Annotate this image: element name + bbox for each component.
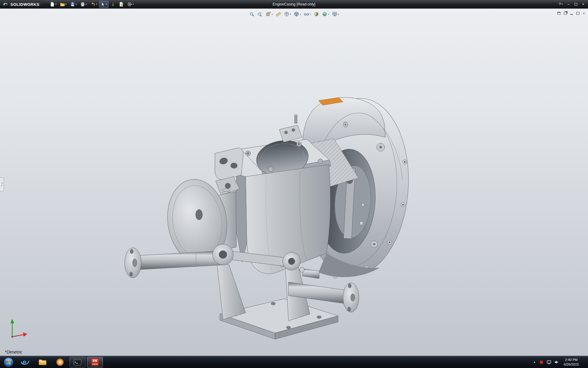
clock-date: 6/26/2015 [564,362,579,366]
collapse-panel-icon: ▸ [1,184,2,186]
show-hidden-icons-button[interactable]: ▲ [533,361,536,363]
view-settings-monitor-icon [332,11,337,17]
solidworks-window: SOLIDWORKS ▾ ▾ ▾ ▾ ▾ [0,0,588,368]
volume-icon[interactable] [554,360,559,364]
zoom-to-area-button[interactable] [257,11,263,17]
save-floppy-icon [70,2,75,7]
restore-button[interactable] [575,3,577,6]
titlebar: SOLIDWORKS ▾ ▾ ▾ ▾ ▾ [0,0,588,9]
dropdown-caret[interactable]: ▾ [96,3,97,6]
restore-document-button[interactable] [576,11,579,16]
tile-windows-button[interactable] [557,11,560,16]
cascade-windows-button[interactable] [564,11,567,16]
taskbar-windows-explorer[interactable] [35,357,51,367]
select-button[interactable]: ▾ [99,1,108,8]
display-style-button[interactable]: ▾ [293,11,301,17]
help-button[interactable]: ? ▾ [559,2,563,6]
tile-windows-icon [557,12,560,15]
dropdown-caret[interactable]: ▾ [66,3,67,6]
dropdown-caret[interactable]: ▾ [290,13,291,15]
taskbar-clock[interactable]: 2:40 PM 6/26/2015 [562,358,581,366]
svg-text:SW: SW [92,359,98,362]
open-button[interactable]: ▾ [59,1,68,8]
undo-icon [90,2,95,7]
taskbar-items: e [17,356,103,368]
start-button[interactable] [0,356,17,368]
svg-text:e: e [22,358,26,366]
minimize-document-icon [570,14,573,15]
measure-ruler-icon [275,11,281,17]
zoom-to-area-icon [257,11,263,17]
solidworks-2015-icon: SW 2015 [91,358,99,366]
undo-button[interactable]: ▾ [89,1,98,8]
view-orientation-label: *Dimetric [5,350,22,355]
apply-scene-button[interactable]: ▾ [322,11,330,17]
minimize-document-button[interactable] [570,11,573,16]
network-icon[interactable] [547,360,551,364]
rebuild-stoplight-icon [111,2,115,7]
save-button[interactable]: ▾ [69,1,78,8]
dropdown-caret[interactable]: ▾ [310,13,311,15]
dropdown-caret[interactable]: ▾ [106,3,107,6]
internet-explorer-icon: e [21,358,29,366]
dropdown-caret[interactable]: ▾ [328,13,329,15]
measure-button[interactable] [275,11,281,17]
window-controls: ? ▾ – × [559,2,588,6]
view-orientation-cube-icon [284,11,289,17]
dropdown-caret[interactable]: ▾ [133,3,134,6]
feature-manager-collapsed-tab[interactable]: ◂ ▸ [0,177,4,191]
engine-casing-model[interactable] [0,9,588,356]
document-window-controls: × [557,11,585,16]
close-button[interactable]: × [582,2,584,6]
new-document-button[interactable]: ▾ [49,1,58,8]
print-button[interactable]: ▾ [79,1,88,8]
dropdown-caret[interactable]: ▾ [272,13,273,15]
taskbar-command-prompt[interactable] [70,357,85,367]
clock-time: 2:40 PM [564,358,579,362]
print-icon [80,2,85,7]
hide-show-items-button[interactable]: ▾ [303,11,311,17]
file-properties-button[interactable] [118,1,125,8]
edit-appearance-sphere-icon [314,11,319,17]
dropdown-caret[interactable]: ▾ [55,3,57,6]
dropdown-caret[interactable]: ▾ [300,13,301,15]
view-orientation-button[interactable]: ▾ [283,11,291,17]
hide-show-glasses-icon [304,11,309,17]
options-button[interactable]: ▾ [126,1,135,8]
minimize-button[interactable]: – [567,2,570,6]
dropdown-caret[interactable]: ▾ [76,3,77,6]
file-properties-icon [119,2,124,7]
select-cursor-icon [100,2,105,7]
view-settings-button[interactable]: ▾ [332,11,340,17]
dropdown-caret[interactable]: ▾ [561,3,563,6]
zoom-to-fit-button[interactable] [249,11,255,17]
dassault-3ds-logo-icon [2,2,9,7]
open-folder-icon [60,2,65,7]
section-view-icon [266,11,271,17]
dropdown-caret[interactable]: ▾ [86,3,87,6]
folder-icon [38,358,47,366]
zoom-to-fit-icon [249,11,254,17]
command-prompt-icon [74,359,81,366]
taskbar-solidworks-2015[interactable]: SW 2015 [87,357,103,367]
windows-start-icon [3,357,14,367]
taskbar-internet-explorer[interactable]: e [17,357,33,367]
app-name: SOLIDWORKS [10,2,40,7]
rebuild-button[interactable] [109,1,117,8]
display-style-cube-icon [294,11,299,17]
model-left-shaft[interactable] [125,248,222,278]
x-axis-arrow [12,335,24,337]
close-document-button[interactable]: × [583,11,585,16]
taskbar-media-player[interactable] [52,357,68,367]
new-document-icon [50,2,55,7]
tray-solidworks-icon[interactable] [539,360,544,364]
apply-scene-globe-icon [322,11,327,17]
solidworks-logo: SOLIDWORKS [0,0,45,9]
help-icon: ? [559,2,561,6]
section-view-button[interactable]: ▾ [265,11,273,17]
heads-up-view-toolbar: ▾ ▾ ▾ ▾ ▾ [249,11,339,17]
edit-appearance-button[interactable] [313,11,319,17]
standard-toolbar: ▾ ▾ ▾ ▾ ▾ ▾ [49,1,135,8]
graphics-viewport[interactable]: ▾ ▾ ▾ ▾ ▾ [0,9,588,356]
dropdown-caret[interactable]: ▾ [338,13,339,15]
